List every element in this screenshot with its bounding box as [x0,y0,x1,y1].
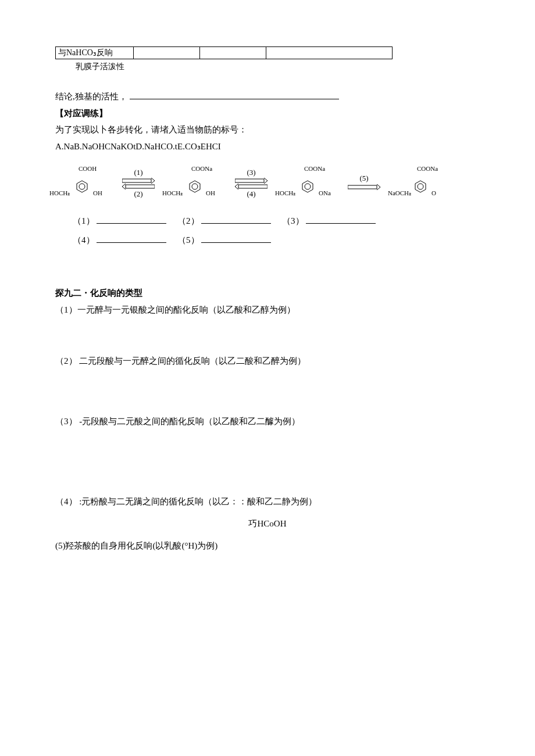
group-left: HOCH₂ [275,189,295,197]
benzene-ring-icon [76,180,88,194]
group-top: COONa [417,165,438,172]
arrow-left-icon [235,184,268,189]
molecule-3: COONa HOCH₂ ONa [275,165,340,201]
item-3: （3） -元段酸与二元酸之间的酯化反响（以乙酸和乙二醵为例） [55,413,480,430]
table-cell [134,47,200,59]
practice-intro: 为了实现以卜各步转化，请堵入适当物筋的标号： [55,121,480,138]
blank-1 [97,216,166,224]
blank-4 [97,235,166,243]
cell-text: 与NaHCO₃反响 [58,48,113,57]
svg-point-5 [192,184,198,189]
arrow-label-top: (3) [231,168,272,177]
arrow-label-bottom: (4) [231,189,272,199]
item-4: （4） :元粉酸与二无蹒之间的循化反响（以乙：：酸和乙二静为例） [55,493,480,510]
table-row: 与NaHCO₃反响 [56,47,393,59]
table-cell [266,47,393,59]
group-top: COONa [191,165,212,172]
arrow-right-icon [348,184,380,190]
arrow-right-icon [122,178,155,184]
blank-3 [306,216,376,224]
item-2: （2） 二元段酸与一元醉之间的循化反响（以乙二酸和乙醉为例） [55,353,480,370]
blank-label-3: （3） [282,216,304,225]
group-right: OH [93,189,102,196]
blank-5 [201,235,271,243]
svg-point-12 [418,184,423,189]
svg-rect-3 [126,185,155,188]
group-left: HOCH₂ [49,189,70,197]
arrow-label-bottom: (2) [118,189,159,199]
svg-marker-11 [415,181,426,192]
conclusion-line: 结论,独基的活性， [55,88,480,105]
equilibrium-arrows-1: (1) (2) [118,168,159,199]
arrow-right-icon [235,178,268,184]
table-cell [200,47,266,59]
conclusion-text: 结论,独基的活性， [55,92,127,101]
blank-label-4: （4） [73,235,95,245]
arrow-label-top: (1) [118,168,159,177]
svg-point-1 [79,184,85,189]
svg-point-9 [305,184,311,189]
svg-marker-4 [190,181,200,192]
svg-marker-0 [77,181,87,192]
practice-heading: 【对应调练】 [55,105,480,122]
section-heading-2: 探九二・化反响的类型 [55,285,480,302]
molecule-2: COONa HOCH₂ OH [162,165,227,201]
blank-label-1: （1） [73,216,95,225]
group-right: ONa [319,189,331,196]
center-formula: 巧HCoOH [55,518,480,529]
molecule-1: COOH HOCH₂ OH [49,165,115,201]
arrow-left-icon [122,184,155,189]
benzene-ring-icon [301,180,314,194]
table-caption: 乳膜子活泼性 [76,62,480,72]
blank-line [130,91,339,99]
molecule-4: COONa NaOCH₂ O [388,165,453,201]
group-top: COONa [304,165,325,172]
svg-marker-8 [302,181,313,192]
group-left: HOCH₂ [162,189,183,197]
group-right: OH [206,189,215,196]
blank-label-5: （5） [177,235,199,245]
group-left: NaOCH₂ [388,189,411,197]
forward-arrow-5: (5) [344,174,384,192]
svg-rect-2 [122,179,151,182]
item-5: (5)羟茶酸的自身用化反响(以乳酸(°H)为例) [55,538,480,554]
reaction-scheme: COOH HOCH₂ OH (1) (2) COONa HOCH₂ OH (3) [49,165,480,201]
svg-rect-10 [348,185,377,189]
blank-label-2: （2） [177,216,199,225]
equilibrium-arrows-2: (3) (4) [231,168,272,199]
blank-2 [201,216,271,224]
item-1: （1）一元醉与一元银酸之间的酯化反响（以乙酸和乙醇为例） [55,302,480,318]
benzene-ring-icon [414,180,427,194]
table-cell-label: 与NaHCO₃反响 [56,47,134,59]
answer-blanks: （1） （2） （3） （4） （5） [73,212,480,250]
benzene-ring-icon [188,180,201,194]
group-top: COOH [79,165,97,172]
reaction-table: 与NaHCO₃反响 [55,46,393,59]
group-right: O [431,189,436,196]
options-line: A.NaB.NaOHCNaKOtD.NaHCO.tE.CO₃EHCI [55,138,480,155]
svg-rect-7 [238,185,268,188]
arrow-label-top: (5) [344,174,384,183]
svg-rect-6 [235,179,264,182]
